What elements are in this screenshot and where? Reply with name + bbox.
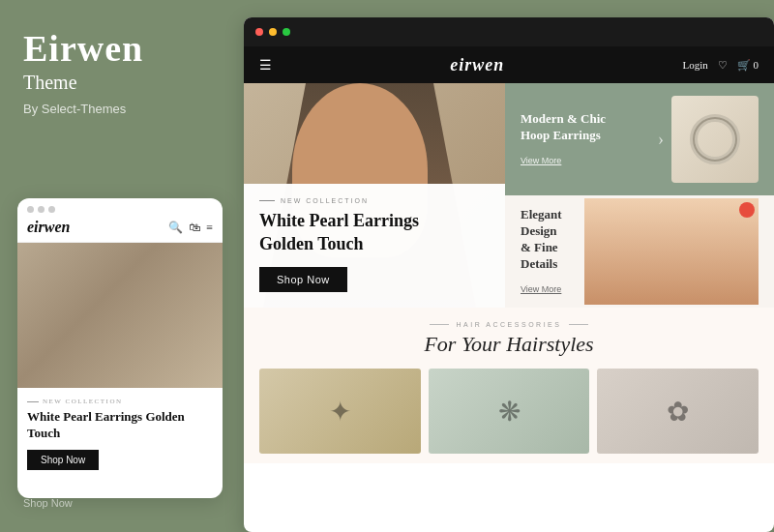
desktop-title-bar [244, 17, 774, 46]
hero-right-top-text: Modern & ChicHoop Earrings View More [521, 111, 650, 167]
login-link[interactable]: Login [682, 59, 707, 71]
hero-right: Modern & ChicHoop Earrings View More › E… [505, 83, 774, 308]
desktop-nav-right: Login ♡ 🛒 0 [682, 59, 759, 72]
bottom-cta-hint: Shop Now [23, 497, 73, 509]
mobile-product-card: New Collection White Pearl Earrings Gold… [17, 388, 223, 478]
cart-icon[interactable]: 🛍 [189, 221, 200, 235]
accessory-card-2[interactable]: ❋ [429, 369, 590, 454]
mobile-card-tag: New Collection [27, 398, 213, 405]
hero-right-bottom: Elegant Design& Fine Details View More [505, 195, 774, 308]
accessory-decoration-1: ✦ [329, 396, 351, 428]
menu-icon[interactable]: ≡ [206, 221, 213, 235]
desktop-hero: New Collection White Pearl EarringsGolde… [244, 83, 774, 308]
brand-subtitle: Theme [23, 72, 217, 94]
accessories-grid: ✦ ❋ ✿ [259, 369, 759, 454]
mobile-dot-3 [48, 206, 55, 213]
hero-shop-button[interactable]: Shop Now [259, 267, 347, 292]
svg-point-1 [694, 118, 736, 161]
accessories-section: Hair Accessories For Your Hairstyles ✦ ❋… [244, 308, 774, 463]
accessory-decoration-2: ❋ [498, 396, 521, 428]
accessory-decoration-3: ✿ [667, 396, 689, 428]
maximize-dot [283, 28, 290, 36]
mobile-dot-1 [27, 206, 34, 213]
mobile-nav-icons: 🔍 🛍 ≡ [168, 221, 213, 235]
desktop-logo: eirwen [450, 55, 504, 75]
hero-right-bottom-image [584, 198, 759, 305]
promo-badge [739, 202, 755, 218]
mobile-dots [17, 198, 223, 217]
accessory-card-3[interactable]: ✿ [597, 369, 759, 454]
hero-card-tag: New Collection [259, 197, 490, 204]
next-arrow-icon[interactable]: › [658, 130, 664, 150]
mobile-shop-button[interactable]: Shop Now [27, 450, 99, 470]
left-panel: Eirwen Theme By Select-Themes eirwen 🔍 🛍… [0, 0, 240, 532]
hero-overlay-card: New Collection White Pearl EarringsGolde… [244, 184, 505, 308]
hero-right-top-title: Modern & ChicHoop Earrings [521, 111, 650, 144]
accessories-tag: Hair Accessories [259, 321, 759, 328]
mobile-dot-2 [38, 206, 45, 213]
hero-right-top: Modern & ChicHoop Earrings View More › [505, 83, 774, 195]
minimize-dot [269, 28, 277, 36]
hero-right-top-link[interactable]: View More [521, 156, 561, 165]
mobile-card-title: White Pearl Earrings Golden Touch [27, 409, 213, 442]
close-dot [255, 28, 263, 36]
brand-title: Eirwen [23, 29, 217, 70]
hero-card-title: White Pearl EarringsGolden Touch [259, 210, 490, 255]
cart-icon[interactable]: 🛒 0 [737, 59, 759, 72]
hero-right-bottom-link[interactable]: View More [521, 284, 561, 294]
mobile-hero-image [17, 243, 223, 388]
search-icon[interactable]: 🔍 [168, 221, 183, 235]
desktop-nav: ☰ eirwen Login ♡ 🛒 0 [244, 46, 774, 83]
hoop-earring-svg [686, 110, 744, 168]
wishlist-icon[interactable]: ♡ [718, 59, 728, 72]
hero-right-bottom-title: Elegant Design& Fine Details [521, 207, 584, 273]
hero-left-image: New Collection White Pearl EarringsGolde… [244, 83, 505, 308]
model-photo [584, 198, 759, 305]
desktop-mockup: ☰ eirwen Login ♡ 🛒 0 New Collection Whit… [244, 17, 774, 532]
hoop-earring-image [671, 96, 759, 183]
hero-right-bottom-text: Elegant Design& Fine Details View More [521, 207, 584, 296]
hamburger-icon[interactable]: ☰ [259, 57, 272, 74]
mobile-logo: eirwen [27, 219, 70, 236]
accessory-card-1[interactable]: ✦ [259, 369, 421, 454]
accessories-title: For Your Hairstyles [259, 332, 759, 357]
mobile-mockup: eirwen 🔍 🛍 ≡ New Collection White Pearl … [17, 198, 223, 498]
mobile-hero-bg [17, 243, 223, 388]
mobile-nav: eirwen 🔍 🛍 ≡ [17, 217, 223, 243]
brand-by: By Select-Themes [23, 102, 217, 116]
